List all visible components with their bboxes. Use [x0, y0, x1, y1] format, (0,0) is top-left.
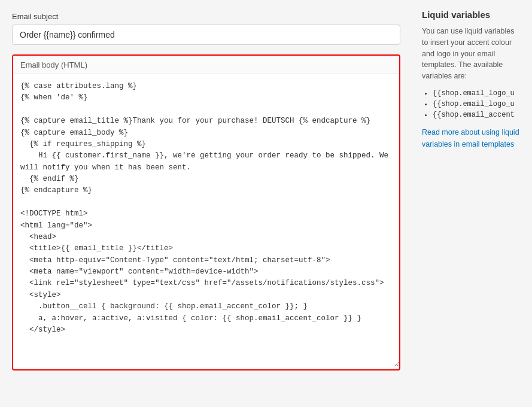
email-subject-input[interactable] — [12, 25, 400, 45]
sidebar-variable-3: {{shop.email_accent — [433, 111, 522, 119]
sidebar-variable-1: {{shop.email_logo_u — [433, 89, 522, 98]
sidebar-read-more-link[interactable]: Read more about using liquid variables i… — [422, 128, 519, 148]
sidebar: Liquid variables You can use liquid vari… — [412, 0, 532, 407]
sidebar-variables-list: {{shop.email_logo_u {{shop.email_logo_u … — [422, 89, 522, 119]
email-subject-section: Email subject — [12, 12, 400, 54]
sidebar-variable-2: {{shop.email_logo_u — [433, 100, 522, 108]
sidebar-description: You can use liquid variables to insert y… — [422, 26, 522, 82]
main-content: Email subject Email body (HTML) — [0, 0, 412, 407]
sidebar-title: Liquid variables — [422, 10, 522, 20]
email-body-wrapper: Email body (HTML) — [12, 54, 400, 370]
email-subject-label: Email subject — [12, 12, 400, 21]
email-body-textarea[interactable] — [13, 74, 399, 367]
email-body-label: Email body (HTML) — [13, 56, 399, 74]
